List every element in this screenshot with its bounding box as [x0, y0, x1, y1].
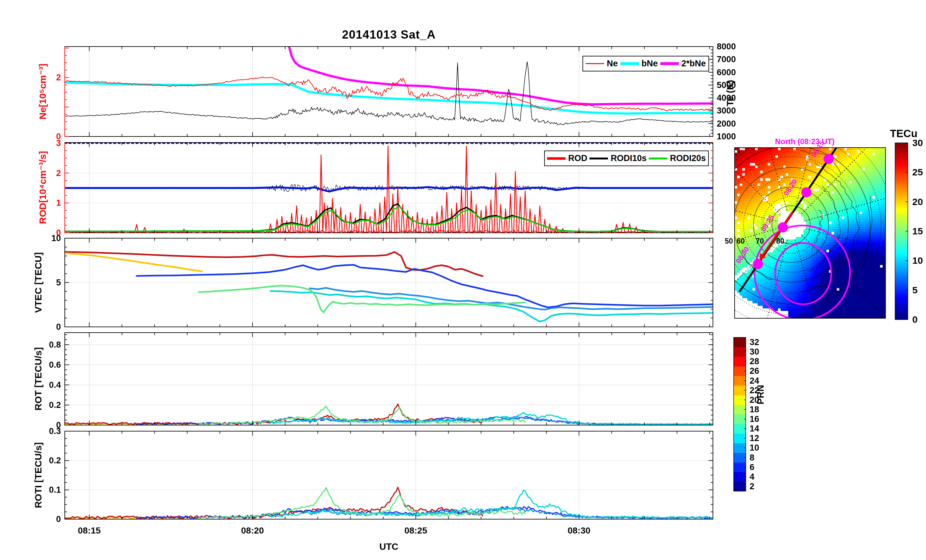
y-axis-label-roti: ROTI [TECU/s] [33, 442, 44, 509]
prn-tick-label: 28 [750, 357, 759, 366]
y-tick-label: 0 [56, 322, 61, 332]
legend-rod-panel: ROD RODI10s RODI20s [544, 151, 709, 166]
tecu-tick-label: 20 [912, 197, 923, 207]
prn-tick-label: 32 [750, 338, 759, 347]
tecu-tick-label: 5 [912, 285, 918, 296]
y-tick-label-right: 3000 [717, 106, 736, 116]
prn-tick-label: 6 [750, 462, 754, 472]
ne-line-sample [586, 63, 604, 64]
y-tick-label: 0.1 [49, 485, 61, 495]
y-tick-label: 2 [56, 73, 61, 83]
tecu-tick-label: 0 [912, 314, 918, 325]
rodi20s-line-sample [649, 157, 667, 159]
legend-item-rodi10s: RODI10s [590, 153, 646, 163]
y-tick-label-right: 5000 [717, 80, 736, 90]
y-tick-label: 0.2 [49, 400, 61, 410]
x-tick-label: 08:30 [567, 525, 590, 536]
figure-title: 20141013 Sat_A [65, 28, 713, 41]
legend-item-rodi20s: RODI20s [649, 153, 706, 163]
y-tick-label-right: 2000 [717, 119, 736, 129]
y-axis-label-vtec: VTEC [TECU] [33, 252, 44, 313]
prn-tick-label: 18 [750, 404, 759, 414]
prn-tick-label: 22 [750, 385, 759, 395]
legend-label: bNe [642, 59, 658, 68]
bne-line-sample [620, 62, 639, 65]
y-axis-label-ne: Ne[10⁵cm⁻³] [37, 64, 48, 120]
legend-label: Ne [607, 59, 618, 68]
y-tick-label: 5 [56, 278, 61, 288]
y-tick-label: 0 [56, 515, 61, 524]
tecu-tick-label: 10 [912, 255, 923, 266]
legend-item-bne: bNe [620, 59, 658, 68]
x-tick-label: 08:15 [78, 525, 101, 536]
legend-label: RODI10s [611, 153, 646, 163]
y-tick-label: 0.6 [49, 360, 61, 369]
legend-item-ne: Ne [586, 59, 618, 68]
legend-label: ROD [568, 153, 587, 163]
figure-canvas [0, 0, 926, 560]
tecu-tick-label: 25 [912, 167, 923, 178]
y-axis-label-rot: ROT [TECU/s] [33, 347, 44, 410]
prn-tick-label: 30 [750, 347, 759, 357]
x-tick-label: 08:20 [241, 525, 264, 536]
legend-ne-panel: Ne bNe 2*bNe [583, 56, 709, 71]
tecu-tick-label: 15 [912, 226, 923, 237]
rod-line-sample [547, 157, 566, 160]
map-latitude-label: 50 [725, 237, 733, 245]
legend-item-rod: ROD [547, 153, 587, 163]
y-tick-label-right: 6000 [717, 67, 736, 77]
x-tick-label: 08:25 [404, 525, 427, 536]
y-tick-label: 0.8 [49, 340, 61, 350]
y-tick-label-right: 8000 [717, 42, 736, 51]
prn-tick-label: 16 [750, 414, 759, 424]
prn-tick-label: 26 [750, 366, 759, 376]
y-tick-label: 3 [56, 138, 61, 148]
map-latitude-label: 70 [756, 237, 764, 245]
y-tick-label: 0.3 [49, 426, 61, 436]
prn-tick-label: 20 [750, 395, 759, 405]
y-axis-label-rod: ROD[10⁴cm⁻³/s] [37, 151, 48, 224]
legend-label: 2*bNe [681, 59, 706, 68]
rodi10s-line-sample [590, 157, 608, 159]
prn-tick-label: 12 [750, 433, 759, 443]
y-tick-label-right: 4000 [717, 93, 736, 103]
legend-label: RODI20s [670, 153, 706, 163]
x-axis-label: UTC [65, 542, 713, 552]
y-tick-label: 0.4 [49, 380, 61, 390]
y-tick-label-right: 7000 [717, 54, 736, 64]
twobne-line-sample [660, 62, 679, 65]
prn-tick-label: 8 [750, 453, 754, 462]
map-latitude-label: 60 [737, 237, 745, 245]
prn-tick-label: 4 [750, 472, 754, 481]
y-tick-label: 1 [56, 198, 61, 208]
prn-tick-label: 24 [750, 376, 759, 386]
tecu-tick-label: 30 [912, 138, 923, 148]
prn-tick-label: 14 [750, 424, 759, 434]
map-latitude-label: 80 [776, 237, 784, 245]
y-tick-label: 10 [51, 233, 61, 243]
y-tick-label: 0.2 [49, 456, 61, 466]
y-tick-label-right: 1000 [717, 132, 736, 142]
legend-item-2bne: 2*bNe [660, 59, 706, 68]
figure-root: { "title": "20141013 Sat_A", "x_axis": {… [0, 0, 926, 560]
prn-tick-label: 10 [750, 443, 759, 453]
prn-tick-label: 2 [750, 481, 754, 491]
map-title: North (08:23 UT) [758, 137, 851, 146]
y-tick-label: 2 [56, 168, 61, 178]
